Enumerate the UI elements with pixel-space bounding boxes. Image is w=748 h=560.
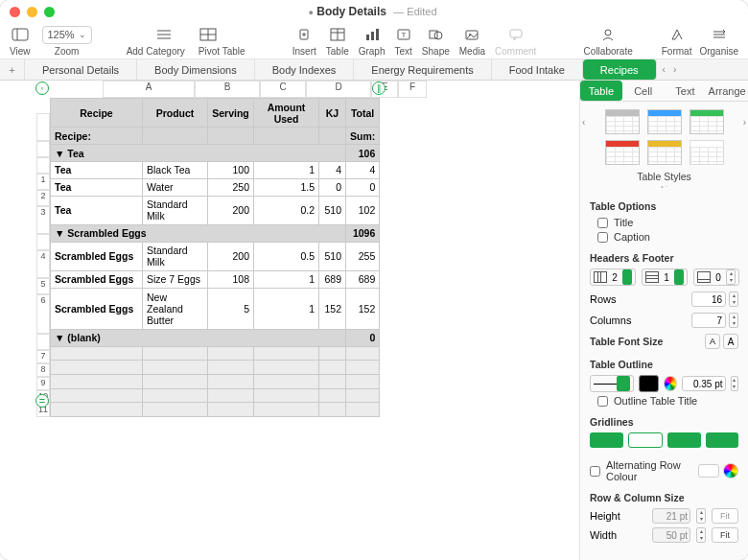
row-header[interactable]: 7 — [36, 350, 50, 363]
recipe-cell[interactable]: Tea — [51, 178, 143, 196]
product-cell[interactable]: New Zealand Butter — [143, 288, 208, 329]
alt-row-color-swatch[interactable] — [698, 464, 719, 478]
total-cell[interactable]: 0 — [346, 178, 380, 196]
kj-cell[interactable]: 0 — [319, 178, 346, 196]
width-input[interactable] — [652, 527, 690, 543]
product-cell[interactable]: Water — [143, 178, 208, 196]
row-header[interactable] — [36, 141, 50, 157]
product-cell[interactable]: Black Tea — [143, 161, 208, 178]
shape-icon[interactable] — [427, 27, 444, 42]
sheet-tab-body-indexes[interactable]: Body Indexes — [255, 59, 355, 80]
column-header-cell[interactable]: Total — [346, 99, 380, 128]
text-icon[interactable]: T — [395, 27, 412, 42]
amount-used-cell[interactable]: 1.5 — [254, 178, 319, 196]
row-header[interactable] — [36, 157, 50, 174]
column-header-cell[interactable]: Product — [143, 99, 208, 128]
empty-cell[interactable] — [143, 361, 208, 375]
columns-input[interactable] — [691, 313, 726, 328]
inspector-tab-cell[interactable]: Cell — [622, 81, 665, 102]
row-header[interactable] — [36, 234, 50, 250]
empty-cell[interactable] — [254, 403, 319, 417]
sheet-tab-recipes[interactable]: Recipes — [583, 59, 657, 80]
kj-cell[interactable]: 510 — [319, 242, 346, 270]
empty-cell[interactable] — [254, 388, 319, 403]
total-cell[interactable]: 4 — [346, 161, 380, 178]
total-cell[interactable]: 689 — [346, 271, 380, 289]
minimize-icon[interactable] — [27, 7, 37, 17]
height-stepper[interactable]: ▴▾ — [696, 508, 706, 524]
empty-cell[interactable] — [346, 346, 380, 361]
amount-used-cell[interactable]: 1 — [254, 161, 319, 178]
column-header[interactable]: F — [398, 81, 427, 98]
header-rows-stepper[interactable]: 1 — [642, 268, 688, 286]
row-header[interactable]: 9 — [36, 377, 50, 390]
group-total-cell[interactable]: 1096 — [346, 224, 380, 242]
recipe-label-cell[interactable]: Recipe: — [51, 128, 143, 145]
sum-label-cell[interactable]: Sum: — [346, 128, 380, 145]
organise-icon[interactable] — [711, 27, 728, 42]
serving-cell[interactable]: 200 — [208, 242, 254, 270]
row-header[interactable]: 1 — [36, 174, 50, 190]
height-fit-button[interactable]: Fit — [712, 508, 738, 524]
column-header[interactable]: D — [306, 81, 371, 98]
cell[interactable] — [254, 128, 319, 145]
group-total-cell[interactable]: 106 — [346, 145, 380, 162]
close-icon[interactable] — [10, 7, 20, 17]
add-category-icon[interactable] — [155, 27, 173, 42]
row-header[interactable]: 8 — [36, 363, 50, 377]
spreadsheet-canvas[interactable]: ◦ ‖ = ABCDEF 1234567891011 RecipeProduct… — [0, 81, 579, 560]
empty-cell[interactable] — [51, 346, 143, 361]
table-style-blue[interactable] — [647, 109, 682, 134]
pivot-table[interactable]: RecipeProductServingAmount UsedKJTotalRe… — [50, 98, 380, 417]
table-handle-corner[interactable]: ◦ — [35, 82, 49, 95]
inspector-tab-arrange[interactable]: Arrange — [706, 81, 748, 102]
group-total-cell[interactable]: 0 — [346, 329, 380, 346]
empty-cell[interactable] — [208, 361, 254, 375]
empty-cell[interactable] — [254, 361, 319, 375]
table-style-green[interactable] — [690, 109, 724, 134]
amount-used-cell[interactable]: 0.5 — [254, 242, 319, 270]
maximize-icon[interactable] — [44, 7, 55, 17]
outline-style-select[interactable] — [590, 375, 634, 392]
table-style-grey[interactable] — [605, 109, 640, 134]
outline-title-checkbox[interactable]: Outline Table Title — [597, 395, 738, 407]
header-cols-stepper[interactable]: 2 — [590, 268, 636, 286]
row-header[interactable] — [36, 334, 50, 350]
gridlines-horiz[interactable] — [590, 432, 623, 448]
empty-cell[interactable] — [346, 374, 380, 388]
empty-cell[interactable] — [254, 374, 319, 388]
total-cell[interactable]: 255 — [346, 242, 380, 270]
product-cell[interactable]: Size 7 Eggs — [143, 271, 208, 289]
serving-cell[interactable]: 250 — [208, 178, 254, 196]
tabs-next-icon[interactable]: › — [673, 64, 676, 75]
row-header[interactable]: 3 — [36, 206, 50, 234]
outline-color-swatch[interactable] — [639, 375, 659, 392]
kj-cell[interactable]: 4 — [319, 161, 346, 178]
width-stepper[interactable]: ▴▾ — [696, 527, 706, 543]
pivot-table-icon[interactable] — [199, 27, 217, 42]
serving-cell[interactable]: 200 — [208, 196, 254, 224]
width-fit-button[interactable]: Fit — [712, 527, 738, 543]
view-icon[interactable] — [12, 27, 29, 42]
caption-checkbox[interactable]: Caption — [597, 231, 738, 243]
column-header-cell[interactable]: Recipe — [51, 99, 143, 128]
empty-cell[interactable] — [208, 388, 254, 403]
styles-prev-icon[interactable]: ‹ — [582, 117, 585, 128]
column-header-cell[interactable]: Amount Used — [254, 99, 319, 128]
height-input[interactable] — [652, 508, 690, 524]
recipe-cell[interactable]: Scrambled Eggs — [51, 288, 143, 329]
empty-cell[interactable] — [208, 403, 254, 417]
table-add-row-button[interactable]: = — [35, 394, 49, 408]
empty-cell[interactable] — [319, 403, 346, 417]
sheet-tab-energy-requirements[interactable]: Energy Requirements — [354, 59, 491, 80]
amount-used-cell[interactable]: 1 — [254, 271, 319, 289]
empty-cell[interactable] — [319, 361, 346, 375]
total-cell[interactable]: 102 — [346, 196, 380, 224]
styles-next-icon[interactable]: › — [743, 117, 746, 128]
table-icon[interactable] — [329, 27, 346, 42]
empty-cell[interactable] — [51, 374, 143, 388]
cell[interactable] — [319, 128, 346, 145]
empty-cell[interactable] — [143, 388, 208, 403]
empty-cell[interactable] — [51, 361, 143, 375]
add-sheet-button[interactable]: + — [0, 59, 25, 80]
